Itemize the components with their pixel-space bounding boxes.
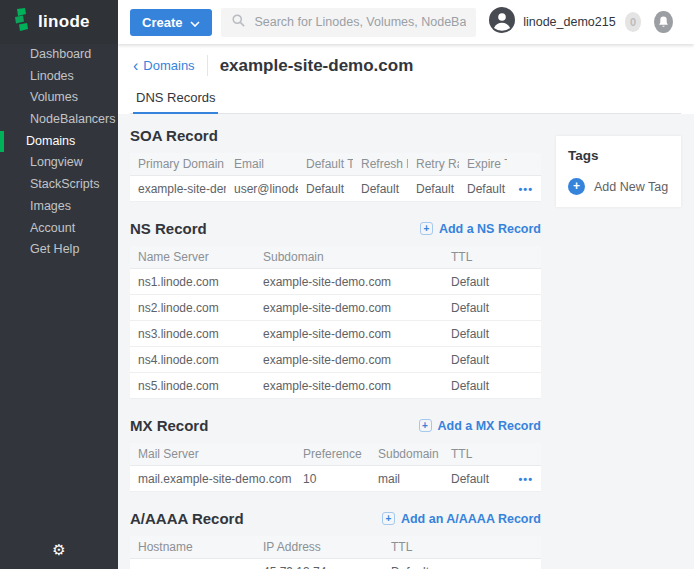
cell: Default	[443, 353, 541, 367]
right-column: Tags + Add New Tag	[556, 114, 681, 569]
table-row: ns2.linode.comexample-site-demo.comDefau…	[130, 295, 541, 321]
section-title: SOA Record	[130, 127, 218, 144]
cell: Default	[353, 182, 408, 196]
cell: user@linode.com	[226, 182, 298, 196]
username: linode_demo215	[523, 15, 615, 29]
column-header: TTL	[443, 250, 541, 264]
cell: Default	[383, 565, 507, 569]
notification-count-badge[interactable]: 0	[625, 12, 642, 32]
sidebar-item-stackscripts[interactable]: StackScripts	[0, 174, 118, 196]
records-table: HostnameIP AddressTTL45.79.13.74Default•…	[130, 536, 541, 569]
breadcrumb-back-link[interactable]: ‹ Domains	[133, 58, 195, 73]
table-header-row: HostnameIP AddressTTL	[130, 536, 541, 559]
breadcrumb-divider	[207, 55, 208, 76]
row-actions-menu-icon[interactable]: •••	[507, 183, 541, 195]
column-header: Subdomain	[370, 447, 443, 461]
chevron-left-icon: ‹	[133, 59, 138, 72]
records-table: Name ServerSubdomainTTLns1.linode.comexa…	[130, 246, 541, 399]
cell: mail	[370, 472, 443, 486]
search-bar[interactable]	[221, 8, 476, 37]
page-head: ‹ Domains example-site-demo.com DNS Reco…	[118, 44, 694, 114]
cell: ns2.linode.com	[130, 301, 255, 315]
sidebar: linode DashboardLinodesVolumesNodeBalanc…	[0, 0, 118, 569]
table-row: example-site-demo.comuser@linode.comDefa…	[130, 176, 541, 202]
column-header: TTL	[443, 447, 507, 461]
linode-logo[interactable]: linode	[0, 0, 118, 44]
sidebar-item-nodebalancers[interactable]: NodeBalancers	[0, 109, 118, 131]
sidebar-item-images[interactable]: Images	[0, 196, 118, 218]
records-table: Mail ServerPreferenceSubdomainTTLmail.ex…	[130, 443, 541, 492]
cell: ns1.linode.com	[130, 275, 255, 289]
cell: 45.79.13.74	[255, 565, 383, 569]
cell: Default	[443, 379, 541, 393]
sidebar-nav: DashboardLinodesVolumesNodeBalancersDoma…	[0, 44, 118, 261]
cell: ns5.linode.com	[130, 379, 255, 393]
column-header: Hostname	[130, 540, 255, 554]
tags-title: Tags	[568, 148, 669, 163]
row-actions-menu-icon[interactable]: •••	[507, 566, 541, 569]
cell: Default	[443, 275, 541, 289]
column-header: TTL	[383, 540, 507, 554]
cell: Default	[443, 472, 507, 486]
column-header: Subdomain	[255, 250, 443, 264]
cell: Default	[443, 327, 541, 341]
column-header: Name Server	[130, 250, 255, 264]
column-header: Mail Server	[130, 447, 295, 461]
sidebar-item-linodes[interactable]: Linodes	[0, 66, 118, 88]
column-header: Primary Domain	[130, 157, 226, 171]
cell: example-site-demo.com	[255, 353, 443, 367]
add-new-tag-button[interactable]: + Add New Tag	[568, 178, 669, 195]
column-header: Preference	[295, 447, 370, 461]
records-table: Primary DomainEmailDefault TTLRefresh Ra…	[130, 153, 541, 202]
section-title: MX Record	[130, 417, 208, 434]
add-record-button[interactable]: +Add a MX Record	[419, 419, 542, 433]
cell: mail.example-site-demo.com	[130, 472, 295, 486]
column-header: IP Address	[255, 540, 383, 554]
bell-icon[interactable]	[654, 11, 673, 33]
sidebar-item-longview[interactable]: Longview	[0, 152, 118, 174]
column-header: Retry Rate	[408, 157, 459, 171]
tab-bar: DNS Records	[130, 82, 681, 114]
tags-panel: Tags + Add New Tag	[556, 136, 681, 207]
search-icon	[231, 13, 246, 32]
create-button[interactable]: Create	[130, 9, 212, 36]
cell: ns3.linode.com	[130, 327, 255, 341]
tab-dns-records[interactable]: DNS Records	[133, 82, 218, 114]
chevron-down-icon	[190, 15, 200, 30]
gear-icon[interactable]: ⚙	[0, 541, 118, 559]
content: SOA RecordPrimary DomainEmailDefault TTL…	[118, 114, 694, 569]
table-row: ns4.linode.comexample-site-demo.comDefau…	[130, 347, 541, 373]
table-row: ns3.linode.comexample-site-demo.comDefau…	[130, 321, 541, 347]
cell: example-site-demo.com	[255, 327, 443, 341]
avatar-icon	[489, 7, 515, 37]
plus-box-icon: +	[419, 419, 432, 432]
column-header: Refresh Rate	[353, 157, 408, 171]
sidebar-item-get-help[interactable]: Get Help	[0, 239, 118, 261]
user-menu[interactable]: linode_demo215	[489, 7, 615, 37]
row-actions-menu-icon[interactable]: •••	[507, 473, 541, 485]
add-record-button[interactable]: +Add an A/AAAA Record	[382, 512, 541, 526]
search-input[interactable]	[254, 15, 466, 29]
section-title: NS Record	[130, 220, 207, 237]
sidebar-item-domains[interactable]: Domains	[0, 131, 118, 153]
add-record-button[interactable]: +Add a NS Record	[420, 222, 541, 236]
table-row: mail.example-site-demo.com10mailDefault•…	[130, 466, 541, 492]
cell: example-site-demo.com	[130, 182, 226, 196]
sidebar-item-account[interactable]: Account	[0, 218, 118, 240]
table-row: ns5.linode.comexample-site-demo.comDefau…	[130, 373, 541, 399]
record-sections: SOA RecordPrimary DomainEmailDefault TTL…	[130, 114, 541, 569]
breadcrumb: ‹ Domains example-site-demo.com	[118, 44, 694, 82]
table-row: ns1.linode.comexample-site-demo.comDefau…	[130, 269, 541, 295]
section-soa-record: SOA RecordPrimary DomainEmailDefault TTL…	[130, 127, 541, 202]
cell: ns4.linode.com	[130, 353, 255, 367]
logo-text: linode	[38, 12, 90, 32]
sidebar-item-volumes[interactable]: Volumes	[0, 87, 118, 109]
column-header: Expire Time	[459, 157, 507, 171]
plus-box-icon: +	[382, 512, 395, 525]
main-area: ‹ Domains example-site-demo.com DNS Reco…	[118, 44, 694, 569]
sidebar-item-dashboard[interactable]: Dashboard	[0, 44, 118, 66]
table-header-row: Primary DomainEmailDefault TTLRefresh Ra…	[130, 153, 541, 176]
section-mx-record: MX Record+Add a MX RecordMail ServerPref…	[130, 417, 541, 492]
page-title: example-site-demo.com	[220, 56, 414, 76]
plus-box-icon: +	[420, 222, 433, 235]
